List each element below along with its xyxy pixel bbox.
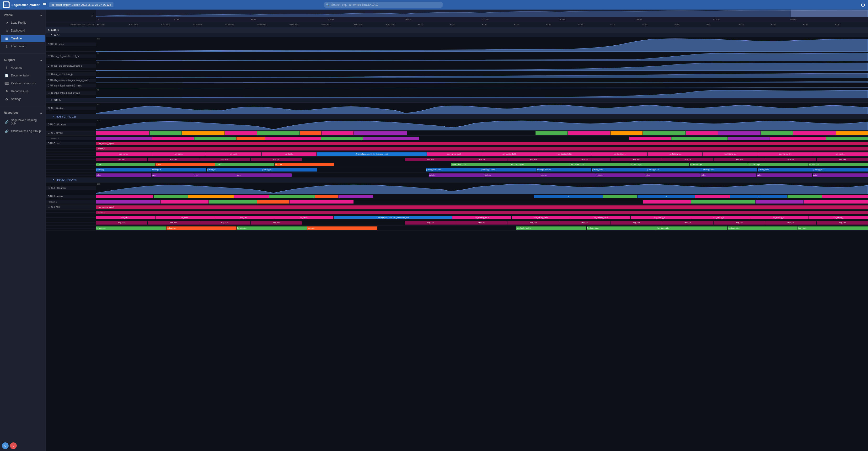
- gpu1-func-2[interactable]: f... bac... o...: [166, 227, 237, 230]
- stepnum-241[interactable]: step_241: [817, 158, 868, 161]
- sidebar-item-about[interactable]: ℹ About us: [1, 64, 45, 71]
- gpu1-func-6[interactable]: fo... bac... opt...: [587, 227, 657, 230]
- optim-bar-3[interactable]: op...: [194, 174, 236, 177]
- gpu1-func-9[interactable]: bac... opt...: [798, 227, 868, 230]
- resources-section-header[interactable]: Resources ∧: [0, 109, 45, 116]
- sidebar-item-settings[interactable]: ⚙ Settings: [1, 95, 45, 103]
- gpu1-sn-237[interactable]: step_237: [611, 221, 662, 224]
- gpu1-dataloader-bar[interactable]: [TrainingEpochLoop].train_dataloader_nex…: [334, 216, 452, 219]
- gpu1-func-5[interactable]: for... back... optim...: [516, 227, 586, 230]
- sidebar-item-load-profile[interactable]: ↗ Load Profile: [1, 19, 45, 27]
- stepnum-239[interactable]: step_239: [714, 158, 765, 161]
- strat-bar-7[interactable]: [Strategy]DDPStrat...: [536, 168, 592, 172]
- gpu1-func-4[interactable]: bac... o...: [307, 227, 377, 230]
- stepnum-238[interactable]: step_238: [662, 158, 714, 161]
- cpu-section-header[interactable]: ∧ CPU: [46, 32, 868, 37]
- strat-bar-6[interactable]: [Strategy]DDPStra...: [481, 168, 536, 172]
- optim-bar-4[interactable]: opti...: [236, 174, 292, 177]
- gpu1-sn-229[interactable]: step_229: [96, 221, 147, 224]
- strat-bar-1[interactable]: [Strategy]: [96, 168, 151, 172]
- power-button[interactable]: ⏻: [861, 2, 865, 7]
- gpu1-sn-235[interactable]: step_235: [508, 221, 559, 224]
- stepnum-229[interactable]: step_229: [96, 158, 147, 161]
- gpu1-sn-233[interactable]: step_233: [405, 221, 456, 224]
- gpu1-sn-236[interactable]: step_236: [559, 221, 611, 224]
- strat-bar-5[interactable]: [Strategy]DDPStrate...: [426, 168, 481, 172]
- gpu1-step-run1[interactable]: run_traini...: [96, 216, 155, 219]
- strat-bar-4[interactable]: [Strategy]DD...: [262, 168, 317, 172]
- step-bar-229[interactable]: run_traini...: [96, 152, 151, 156]
- gpu1-sn-238[interactable]: step_238: [662, 221, 714, 224]
- sidebar-item-keyboard[interactable]: ⌨ Keyboard shortcuts: [1, 80, 45, 87]
- gpu1-func-1[interactable]: f... bac... o...: [96, 227, 166, 230]
- gpu1-training-batch[interactable]: run_training_batch: [453, 216, 512, 219]
- step-b4[interactable]: run_training_b...: [592, 152, 647, 156]
- menu-button[interactable]: ☰: [42, 2, 46, 7]
- optim-bar-11[interactable]: opti...: [757, 174, 812, 177]
- func-fwd-5[interactable]: for... backw... opti...: [570, 163, 630, 166]
- strat-bar-2[interactable]: [Strategy]Do...: [151, 168, 207, 172]
- optim-bar-8[interactable]: optimi...: [596, 174, 645, 177]
- user-avatar[interactable]: U: [2, 442, 9, 449]
- host0-section-header[interactable]: ∧ HOST-0, PID-126: [46, 114, 868, 119]
- optim-bar-10[interactable]: opti...: [701, 174, 756, 177]
- sidebar-item-timeline[interactable]: ▦ Timeline: [1, 35, 45, 42]
- gpu1-step-run3[interactable]: run_traini...: [215, 216, 274, 219]
- support-section-header[interactable]: Support ∧: [0, 56, 45, 64]
- stepnum-233[interactable]: step_233: [405, 158, 456, 161]
- gpu1-sn-230[interactable]: step_230: [148, 221, 199, 224]
- stepnum-235[interactable]: step_235: [508, 158, 559, 161]
- strat-bar-10[interactable]: [Strategy]DDP...: [702, 168, 757, 172]
- step-b7[interactable]: run_training_b...: [758, 152, 813, 156]
- gpu1-b4[interactable]: run_training_b...: [630, 216, 690, 219]
- strat-bar-11[interactable]: [Strategy]DDP...: [758, 168, 813, 172]
- func-fwd-9[interactable]: fo... bac... opt...: [809, 163, 868, 166]
- func-fwd-1[interactable]: f... bac...: [96, 163, 155, 166]
- gpu1-training-batch2[interactable]: run_training_batch: [512, 216, 571, 219]
- func-fwd-8[interactable]: fo... bac... opt...: [749, 163, 808, 166]
- sidebar-item-docs[interactable]: 📄 Documentation: [1, 72, 45, 79]
- host1-section-header[interactable]: ∧ HOST-0, PID-128: [46, 178, 868, 182]
- stepnum-232[interactable]: step_232: [251, 158, 302, 161]
- optim-bar-6[interactable]: optimi...: [485, 174, 540, 177]
- optim-bar-12[interactable]: opti...: [813, 174, 868, 177]
- gpu1-func-7[interactable]: fo... bac... opt...: [657, 227, 727, 230]
- step-b5[interactable]: run_training_b...: [648, 152, 703, 156]
- sidebar-item-dashboard[interactable]: ⊞ Dashboard: [1, 27, 45, 34]
- optim-bar-9[interactable]: opti...: [645, 174, 701, 177]
- step-bar-run3[interactable]: run_traini...: [261, 152, 316, 156]
- optim-bar-5[interactable]: optimi...: [429, 174, 484, 177]
- profile-section-header[interactable]: Profile ∧: [0, 11, 45, 19]
- search-input[interactable]: [324, 2, 443, 8]
- gpu1-sn-231[interactable]: step_231: [199, 221, 250, 224]
- gpu1-sn-234[interactable]: step_234: [456, 221, 507, 224]
- stepnum-236[interactable]: step_236: [559, 158, 611, 161]
- optim-bar-1[interactable]: opti...: [96, 174, 151, 177]
- strat-bar-8[interactable]: [Strategy]DDPS...: [592, 168, 647, 172]
- step-bar-run2[interactable]: run_traini...: [206, 152, 261, 156]
- timeline-tracks[interactable]: ∧ algo-1 ∧ CPU CPU Utilization 100: [46, 27, 868, 451]
- func-fwd-4[interactable]: for... bac... optim...: [511, 163, 570, 166]
- func-fwd-3[interactable]: forwa... back... opti...: [451, 163, 510, 166]
- stepnum-237[interactable]: step_237: [611, 158, 662, 161]
- algo-header[interactable]: ∧ algo-1: [46, 27, 868, 32]
- sidebar-item-sagemaker[interactable]: 🔗 SageMaker Training Job: [1, 117, 45, 127]
- optim-bar-7[interactable]: optimi...: [540, 174, 596, 177]
- gpu1-sn-241[interactable]: step_241: [817, 221, 868, 224]
- step-training-batch2[interactable]: run_training_batch: [482, 152, 537, 156]
- dataloader-bar[interactable]: [TrainingEpochLoop].train_dataloader_nex…: [317, 152, 427, 156]
- gpu1-sn-239[interactable]: step_239: [714, 221, 765, 224]
- step-training-batch[interactable]: run_training_batch: [427, 152, 482, 156]
- strat-bar-9[interactable]: [Strategy]DDPS...: [647, 168, 702, 172]
- stepnum-234[interactable]: step_234: [456, 158, 507, 161]
- func-bwd-2[interactable]: bac... op...: [275, 163, 334, 166]
- gpu1-b6[interactable]: run_training_b...: [749, 216, 808, 219]
- func-fwd-7[interactable]: fo... backe... opt...: [689, 163, 749, 166]
- func-fwd-6[interactable]: fo... bac... opti...: [630, 163, 689, 166]
- gpu1-func-3[interactable]: f... bac... o...: [237, 227, 307, 230]
- close-button[interactable]: ×: [90, 13, 94, 18]
- gpu1-training-batch3[interactable]: run_training_batch: [571, 216, 630, 219]
- strat-bar-12[interactable]: [Strategy]DDP...: [813, 168, 868, 172]
- optim-bar-2[interactable]: op...: [152, 174, 194, 177]
- sidebar-item-report[interactable]: ⚑ Report issuus: [1, 87, 45, 95]
